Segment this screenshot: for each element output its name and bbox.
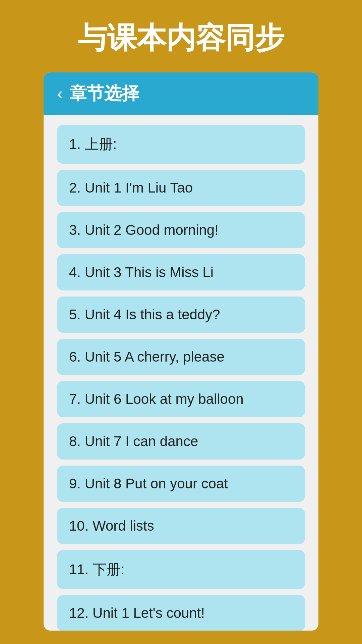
list-item[interactable]: 12. Unit 1 Let's count! [57,595,305,631]
back-button[interactable]: ‹ [57,85,63,102]
list-item[interactable]: 2. Unit 1 I'm Liu Tao [57,170,305,206]
list-item[interactable]: 3. Unit 2 Good morning! [57,212,305,248]
list-item[interactable]: 8. Unit 7 I can dance [57,423,305,460]
list-item[interactable]: 10. Word lists [57,508,305,544]
card-header-title: 章节选择 [69,82,139,105]
list-item[interactable]: 9. Unit 8 Put on your coat [57,466,305,502]
list-item[interactable]: 6. Unit 5 A cherry, please [57,339,305,375]
list-item[interactable]: 5. Unit 4 Is this a teddy? [57,297,305,333]
list-item[interactable]: 7. Unit 6 Look at my balloon [57,381,305,417]
page-title: 与课本内容同步 [64,0,298,72]
list-item[interactable]: 1. 上册: [57,125,305,164]
card-header: ‹ 章节选择 [44,72,318,115]
card: ‹ 章节选择 1. 上册:2. Unit 1 I'm Liu Tao3. Uni… [44,72,318,631]
list-container: 1. 上册:2. Unit 1 I'm Liu Tao3. Unit 2 Goo… [44,115,318,631]
list-item[interactable]: 11. 下册: [57,550,305,589]
list-item[interactable]: 4. Unit 3 This is Miss Li [57,254,305,290]
